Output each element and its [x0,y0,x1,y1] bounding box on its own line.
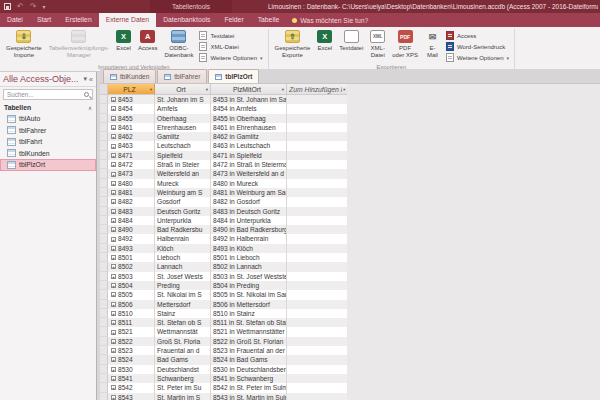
cell-add-field[interactable] [287,244,347,253]
expand-icon[interactable] [111,283,116,288]
cell-plz[interactable]: 8523 [108,346,155,355]
cell-plzmitort[interactable]: 8471 in Spielfeld [211,151,287,160]
row-selector[interactable] [100,253,108,262]
expand-icon[interactable] [111,181,116,186]
cell-add-field[interactable] [287,318,347,327]
cell-plz[interactable]: 8506 [108,300,155,309]
cell-plzmitort[interactable]: 8510 in Stainz [211,309,287,318]
cell-ort[interactable]: Arnfels [155,104,211,113]
add-field-dropdown-icon[interactable]: ▾ [343,84,345,95]
row-selector[interactable] [100,281,108,290]
document-tab[interactable]: tblFahrer [157,69,207,83]
cell-add-field[interactable] [287,365,347,374]
cell-add-field[interactable] [287,114,347,123]
cell-ort[interactable]: St. Martin im S [155,393,211,400]
cell-plz[interactable]: 8462 [108,132,155,141]
row-selector[interactable] [100,104,108,113]
cell-add-field[interactable] [287,197,347,206]
cell-plz[interactable]: 8472 [108,160,155,169]
row-selector[interactable] [100,262,108,271]
expand-icon[interactable] [111,311,116,316]
cell-ort[interactable]: St. Johann im S [155,95,211,104]
cell-plzmitort[interactable]: 8481 in Weinburg am Saß [211,188,287,197]
cell-plz[interactable]: 8473 [108,169,155,178]
cell-plz[interactable]: 8530 [108,365,155,374]
cell-add-field[interactable] [287,300,347,309]
expand-icon[interactable] [111,97,116,102]
cell-plz[interactable]: 8510 [108,309,155,318]
expand-icon[interactable] [111,292,116,297]
cell-ort[interactable]: Deutschlandst [155,365,211,374]
ribbon-tab[interactable]: Externe Daten [99,13,156,27]
document-tab[interactable]: tblKunden [103,69,156,83]
document-tab[interactable]: tblPlzOrt [208,69,259,83]
cell-plz[interactable]: 8463 [108,141,155,150]
cell-plzmitort[interactable]: 8542 in St. Peter im Sulm [211,383,287,392]
import-access-button[interactable]: A Access [135,29,160,53]
expand-icon[interactable] [111,106,116,111]
cell-add-field[interactable] [287,383,347,392]
cell-plz[interactable]: 8524 [108,355,155,364]
save-icon[interactable] [4,3,11,10]
import-more-options-button[interactable]: Weitere Optionen▾ [199,53,262,62]
expand-icon[interactable] [111,209,116,214]
row-selector[interactable] [100,197,108,206]
row-selector[interactable] [100,290,108,299]
cell-ort[interactable]: Oberhaag [155,114,211,123]
expand-icon[interactable] [111,237,116,242]
ribbon-tab[interactable]: Felder [217,13,250,27]
cell-ort[interactable]: St. Josef Wests [155,272,211,281]
cell-plzmitort[interactable]: 8541 in Schwanberg [211,374,287,383]
row-selector[interactable] [100,151,108,160]
cell-plzmitort[interactable]: 8506 in Mettersdorf [211,300,287,309]
cell-plz[interactable]: 8483 [108,207,155,216]
cell-plzmitort[interactable]: 8530 in Deutschlandsber [211,365,287,374]
cell-ort[interactable]: Gosdorf [155,197,211,206]
row-selector[interactable] [100,365,108,374]
export-excel-button[interactable]: X Excel [314,29,335,53]
cell-add-field[interactable] [287,337,347,346]
row-selector[interactable] [100,309,108,318]
expand-icon[interactable] [111,125,116,130]
row-selector[interactable] [100,346,108,355]
cell-add-field[interactable] [287,393,347,400]
row-selector[interactable] [100,393,108,400]
cell-ort[interactable]: Straß in Steier [155,160,211,169]
cell-add-field[interactable] [287,346,347,355]
cell-plz[interactable]: 8453 [108,95,155,104]
cell-add-field[interactable] [287,234,347,243]
cell-ort[interactable]: St. Nikolai im S [155,290,211,299]
row-selector[interactable] [100,300,108,309]
expand-icon[interactable] [111,357,116,362]
nav-search-box[interactable]: Suchen... [3,89,93,100]
ribbon-tab[interactable]: Datei [0,13,30,27]
expand-icon[interactable] [111,395,116,400]
row-selector[interactable] [100,355,108,364]
expand-icon[interactable] [111,144,116,149]
cell-plz[interactable]: 8511 [108,318,155,327]
cell-ort[interactable]: Halbenrain [155,234,211,243]
nav-item-table[interactable]: tblFahrt [0,136,96,148]
expand-icon[interactable] [111,320,116,325]
cell-add-field[interactable] [287,179,347,188]
row-selector[interactable] [100,169,108,178]
cell-plzmitort[interactable]: 8461 in Ehrenhausen [211,123,287,132]
cell-plz[interactable]: 8542 [108,383,155,392]
cell-plzmitort[interactable]: 8473 in Weitersfeld an d [211,169,287,178]
cell-plz[interactable]: 8543 [108,393,155,400]
expand-icon[interactable] [111,246,116,251]
cell-ort[interactable]: Weitersfeld an [155,169,211,178]
expand-icon[interactable] [111,172,116,177]
row-selector[interactable] [100,374,108,383]
cell-plzmitort[interactable]: 8472 in Straß in Steierma [211,160,287,169]
cell-ort[interactable]: Schwanberg [155,374,211,383]
cell-add-field[interactable] [287,374,347,383]
tell-me-box[interactable]: Was möchten Sie tun? [292,13,368,27]
cell-plzmitort[interactable]: 8454 in Arnfels [211,104,287,113]
cell-ort[interactable]: Mettersdorf [155,300,211,309]
row-selector[interactable] [100,216,108,225]
cell-add-field[interactable] [287,132,347,141]
filter-dropdown-icon[interactable]: ▾ [150,84,152,95]
expand-icon[interactable] [111,339,116,344]
cell-ort[interactable]: Lieboch [155,253,211,262]
